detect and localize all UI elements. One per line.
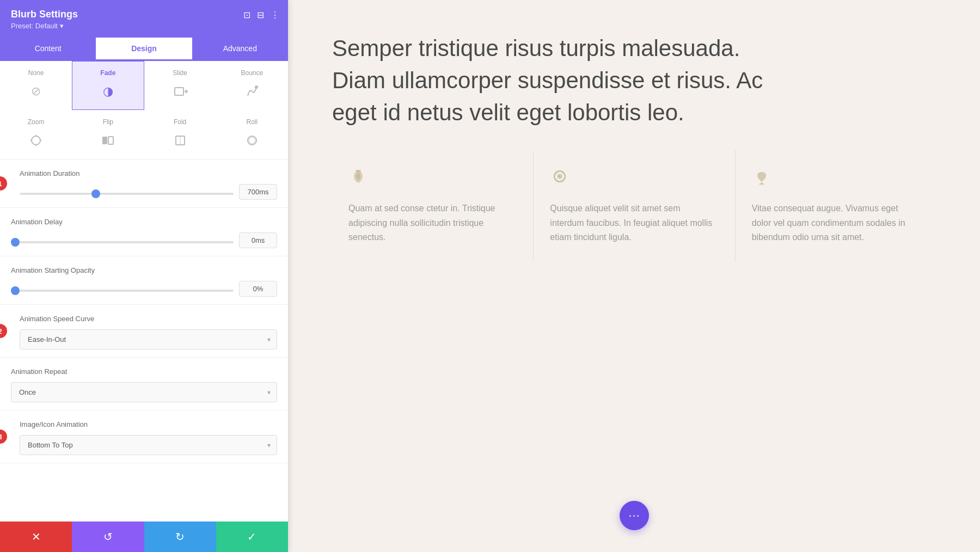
anim-slide-label: Slide <box>173 69 187 77</box>
anim-roll-icon <box>242 130 262 151</box>
animation-opacity-value[interactable] <box>239 281 277 297</box>
panel-preset[interactable]: Preset: Default <box>11 22 277 30</box>
card-1-icon <box>348 167 511 191</box>
anim-fade-icon: ◑ <box>97 81 118 102</box>
animation-delay-value[interactable] <box>239 232 277 248</box>
step-badge-1: 1 <box>0 176 7 191</box>
image-icon-animation-label: Image/Icon Animation <box>20 420 277 428</box>
anim-fold-icon <box>170 130 191 151</box>
animation-speed-curve-section: 2 Animation Speed Curve Linear Ease Ease… <box>0 305 288 358</box>
animation-duration-value[interactable] <box>239 184 277 200</box>
bottom-bar: ✕ ↺ ↻ ✓ <box>0 522 288 552</box>
svg-point-2 <box>255 85 258 89</box>
anim-bounce-icon <box>242 81 262 102</box>
animation-delay-row <box>11 232 277 248</box>
animation-opacity-row <box>11 281 277 297</box>
animation-opacity-label: Animation Starting Opacity <box>11 266 277 274</box>
right-content: Semper tristique risus turpis malesuada.… <box>289 0 980 552</box>
anim-roll-label: Roll <box>247 118 258 126</box>
svg-point-13 <box>357 170 359 172</box>
card-3-text: Vitae consequat augue. Vivamus eget dolo… <box>752 201 915 244</box>
anim-style-zoom[interactable]: Zoom <box>0 110 72 159</box>
fullscreen-icon[interactable]: ⊡ <box>243 10 250 20</box>
animation-duration-slider-wrap <box>20 187 234 197</box>
animation-duration-slider[interactable] <box>20 193 234 195</box>
card-2-text: Quisque aliquet velit sit amet sem inter… <box>550 201 713 244</box>
animation-duration-row <box>20 184 277 200</box>
animation-opacity-slider-wrap <box>11 284 234 294</box>
tab-design[interactable]: Design <box>96 38 192 61</box>
anim-zoom-icon <box>26 130 46 151</box>
svg-rect-0 <box>175 88 183 95</box>
card-1-text: Quam at sed conse ctetur in. Tristique a… <box>348 201 511 244</box>
anim-style-bounce[interactable]: Bounce <box>216 61 288 110</box>
fab-button[interactable]: ··· <box>620 501 649 530</box>
anim-zoom-label: Zoom <box>28 118 45 126</box>
panel-header: Blurb Settings Preset: Default ⊡ ⊟ ⋮ <box>0 0 288 38</box>
anim-flip-label: Flip <box>103 118 113 126</box>
anim-style-fold[interactable]: Fold <box>144 110 216 159</box>
animation-style-grid: None ⊘ Fade ◑ Slide Bounce <box>0 61 288 160</box>
panel-body: None ⊘ Fade ◑ Slide Bounce <box>0 61 288 552</box>
redo-button[interactable]: ↻ <box>144 522 216 552</box>
more-options-icon[interactable]: ⋮ <box>271 10 279 20</box>
fab-icon: ··· <box>628 508 640 523</box>
animation-duration-label: Animation Duration <box>20 169 277 177</box>
animation-delay-slider[interactable] <box>11 241 234 243</box>
anim-style-none[interactable]: None ⊘ <box>0 61 72 110</box>
save-button[interactable]: ✓ <box>216 522 288 552</box>
card-3-icon <box>752 167 915 191</box>
minimize-icon[interactable]: ⊟ <box>257 10 264 20</box>
animation-speed-curve-label: Animation Speed Curve <box>20 315 277 323</box>
animation-delay-section: Animation Delay <box>0 208 288 256</box>
anim-none-icon: ⊘ <box>26 81 46 102</box>
svg-point-3 <box>32 136 40 145</box>
step-badge-2: 2 <box>0 324 7 338</box>
step-badge-3: 3 <box>0 430 7 444</box>
settings-panel: Blurb Settings Preset: Default ⊡ ⊟ ⋮ Con… <box>0 0 289 552</box>
anim-style-flip[interactable]: Flip <box>72 110 144 159</box>
animation-repeat-label: Animation Repeat <box>11 367 277 376</box>
tabs: Content Design Advanced <box>0 38 288 61</box>
anim-style-slide[interactable]: Slide <box>144 61 216 110</box>
anim-slide-icon <box>170 81 191 102</box>
anim-none-label: None <box>28 69 44 77</box>
svg-rect-9 <box>108 137 113 144</box>
image-icon-animation-section: 3 Image/Icon Animation None Top To Botto… <box>0 410 288 463</box>
undo-button[interactable]: ↺ <box>72 522 144 552</box>
svg-point-18 <box>559 175 561 177</box>
panel-title: Blurb Settings <box>11 9 277 20</box>
svg-rect-8 <box>102 137 107 144</box>
anim-fold-label: Fold <box>174 118 186 126</box>
tab-advanced[interactable]: Advanced <box>192 38 288 61</box>
animation-opacity-section: Animation Starting Opacity <box>0 256 288 305</box>
animation-delay-slider-wrap <box>11 236 234 246</box>
card-2: Quisque aliquet velit sit amet sem inter… <box>534 150 735 261</box>
animation-duration-section: 1 Animation Duration <box>0 160 288 208</box>
anim-style-fade[interactable]: Fade ◑ <box>72 61 144 110</box>
anim-style-roll[interactable]: Roll <box>216 110 288 159</box>
animation-repeat-select-wrap: Once Loop Loop - Half Loop - Back and Fo… <box>11 382 277 402</box>
card-2-icon <box>550 167 713 191</box>
animation-opacity-slider[interactable] <box>11 290 234 292</box>
cancel-button[interactable]: ✕ <box>0 522 72 552</box>
animation-speed-curve-select[interactable]: Linear Ease Ease-In Ease-Out Ease-In-Out <box>20 329 277 349</box>
panel-header-icons: ⊡ ⊟ ⋮ <box>243 10 279 20</box>
image-icon-animation-select-wrap: None Top To Bottom Bottom To Top Left To… <box>20 435 277 455</box>
animation-delay-label: Animation Delay <box>11 218 277 226</box>
anim-bounce-label: Bounce <box>241 69 264 77</box>
cards-row: Quam at sed conse ctetur in. Tristique a… <box>332 150 936 261</box>
animation-speed-curve-select-wrap: Linear Ease Ease-In Ease-Out Ease-In-Out… <box>20 329 277 349</box>
image-icon-animation-select[interactable]: None Top To Bottom Bottom To Top Left To… <box>20 435 277 455</box>
anim-fade-label: Fade <box>100 69 115 77</box>
hero-text: Semper tristique risus turpis malesuada.… <box>332 33 768 128</box>
tab-content[interactable]: Content <box>0 38 96 61</box>
anim-flip-icon <box>97 130 118 151</box>
card-3: Vitae consequat augue. Vivamus eget dolo… <box>736 150 936 261</box>
animation-repeat-section: Animation Repeat Once Loop Loop - Half L… <box>0 358 288 410</box>
card-1: Quam at sed conse ctetur in. Tristique a… <box>332 150 534 261</box>
animation-repeat-select[interactable]: Once Loop Loop - Half Loop - Back and Fo… <box>11 382 277 402</box>
